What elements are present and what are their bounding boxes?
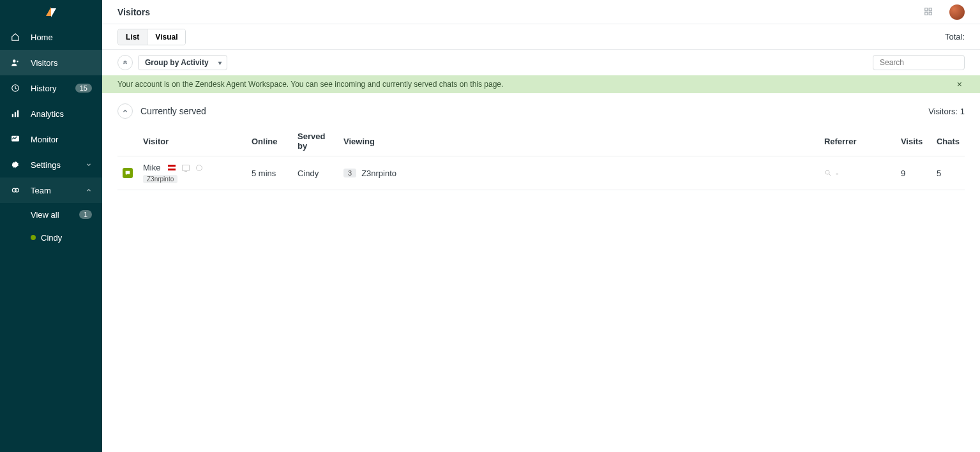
- sidebar-item-history[interactable]: History 15: [0, 75, 102, 101]
- cell-status: [117, 156, 138, 190]
- view-all-badge: 1: [79, 210, 92, 219]
- sidebar-item-label: Analytics: [31, 109, 92, 119]
- tab-visual[interactable]: Visual: [147, 29, 185, 45]
- sidebar-item-label: Team: [31, 186, 82, 195]
- search-icon: [824, 169, 832, 177]
- sidebar-item-visitors[interactable]: Visitors: [0, 50, 102, 75]
- sidebar-item-label: Settings: [31, 160, 82, 170]
- monitor-icon: [10, 134, 20, 144]
- col-visitor: Visitor: [138, 126, 246, 156]
- sidebar-item-label: Visitors: [31, 58, 92, 68]
- svg-point-0: [13, 59, 16, 63]
- svg-rect-4: [15, 112, 16, 117]
- cell-viewing: 3 Z3nrpinto: [338, 156, 819, 190]
- svg-rect-12: [925, 12, 928, 15]
- sidebar: Home Visitors History 15 Analytics Monit…: [0, 0, 102, 452]
- svg-point-14: [825, 170, 829, 174]
- svg-point-1: [17, 61, 18, 62]
- section-title: Currently served: [140, 106, 206, 116]
- team-icon: [10, 185, 20, 195]
- cell-visitor: Mike Z3nrpinto: [138, 156, 246, 190]
- history-icon: [10, 83, 20, 93]
- browser-icon: [196, 165, 202, 171]
- home-icon: [10, 32, 20, 42]
- history-badge: 15: [75, 84, 92, 93]
- col-chats: Chats: [931, 126, 965, 156]
- controls-bar: List Visual Total:: [102, 24, 980, 50]
- svg-rect-13: [929, 12, 931, 15]
- visitor-tag: Z3nrpinto: [143, 175, 177, 183]
- chat-bubble-icon: [123, 168, 133, 178]
- svg-rect-5: [17, 110, 19, 117]
- chevron-down-icon: [86, 162, 92, 168]
- main: Visitors List Visual Total: Group by Act…: [102, 0, 980, 452]
- cell-served-by: Cindy: [292, 156, 338, 190]
- sidebar-item-label: History: [31, 84, 75, 93]
- search-wrap: [873, 55, 965, 70]
- visitors-icon: [10, 57, 20, 68]
- cell-referrer: -: [819, 156, 896, 190]
- page-title: Visitors: [117, 7, 150, 17]
- visitor-table: Visitor Online Served by Viewing Referre…: [117, 126, 965, 190]
- total-label: Total:: [945, 32, 965, 41]
- double-chevron-up-icon: [122, 59, 128, 66]
- svg-rect-10: [925, 8, 928, 10]
- svg-point-9: [15, 188, 19, 192]
- sidebar-item-team[interactable]: Team: [0, 177, 102, 203]
- chevron-up-icon: [122, 108, 128, 114]
- cell-chats: 5: [931, 156, 965, 190]
- col-referrer: Referrer: [819, 126, 896, 156]
- referrer-value: -: [836, 169, 838, 178]
- table-row[interactable]: Mike Z3nrpinto 5 mins Cindy 3: [117, 156, 965, 190]
- col-viewing: Viewing: [338, 126, 819, 156]
- apps-grid-icon[interactable]: [924, 7, 934, 17]
- viewing-count-badge: 3: [343, 169, 356, 177]
- search-input[interactable]: [873, 55, 965, 70]
- group-by-select[interactable]: Group by Activity: [138, 55, 227, 70]
- table-header-row: Visitor Online Served by Viewing Referre…: [117, 126, 965, 156]
- logo-area: [0, 0, 102, 24]
- section-visitors-count: Visitors: 1: [928, 107, 965, 116]
- sidebar-item-monitor[interactable]: Monitor: [0, 126, 102, 152]
- status-dot-icon: [31, 235, 36, 240]
- cell-visits: 9: [896, 156, 931, 190]
- workspace-notice: Your account is on the Zendesk Agent Wor…: [102, 75, 980, 93]
- svg-rect-3: [12, 114, 13, 117]
- visitor-name-row: Mike: [143, 163, 241, 172]
- desktop-icon: [182, 165, 190, 171]
- avatar[interactable]: [949, 4, 965, 20]
- team-member[interactable]: Cindy: [0, 226, 102, 249]
- notice-text: Your account is on the Zendesk Agent Wor…: [117, 80, 503, 89]
- flag-icon: [168, 165, 176, 170]
- sidebar-item-analytics[interactable]: Analytics: [0, 101, 102, 126]
- sidebar-item-home[interactable]: Home: [0, 24, 102, 50]
- chevron-up-icon: [86, 187, 92, 193]
- tab-list[interactable]: List: [118, 29, 147, 45]
- team-view-all[interactable]: View all 1: [0, 203, 102, 226]
- col-online: Online: [246, 126, 292, 156]
- group-by-label: Group by Activity: [145, 58, 209, 67]
- viewing-page: Z3nrpinto: [361, 169, 396, 178]
- nav: Home Visitors History 15 Analytics Monit…: [0, 24, 102, 203]
- collapse-all-button[interactable]: [117, 55, 133, 70]
- svg-rect-11: [929, 8, 931, 10]
- collapse-section-button[interactable]: [117, 103, 133, 119]
- logo-icon: [45, 6, 57, 19]
- view-all-label: View all: [31, 210, 59, 220]
- col-served-by: Served by: [292, 126, 338, 156]
- sidebar-item-settings[interactable]: Settings: [0, 152, 102, 177]
- filters-bar: Group by Activity: [102, 50, 980, 75]
- close-icon[interactable]: ×: [954, 79, 965, 89]
- cell-online: 5 mins: [246, 156, 292, 190]
- analytics-icon: [10, 109, 20, 119]
- col-status: [117, 126, 138, 156]
- team-submenu: View all 1 Cindy: [0, 203, 102, 249]
- col-visits: Visits: [896, 126, 931, 156]
- sidebar-item-label: Monitor: [31, 135, 92, 144]
- section-currently-served: Currently served Visitors: 1 Visitor Onl…: [102, 93, 980, 200]
- gear-icon: [10, 160, 20, 170]
- visitor-name: Mike: [143, 163, 160, 172]
- view-toggle: List Visual: [117, 29, 186, 45]
- topbar: Visitors: [102, 0, 980, 24]
- sidebar-item-label: Home: [31, 33, 92, 42]
